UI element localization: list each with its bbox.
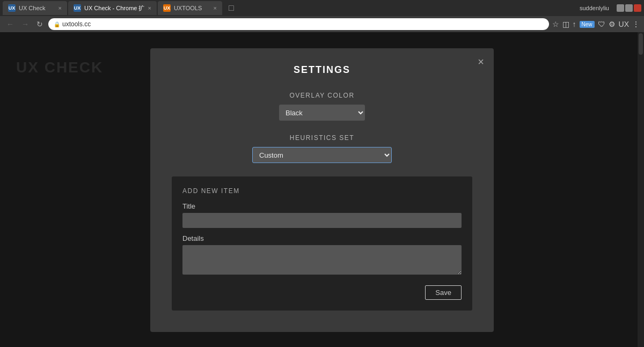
bookmark-icon[interactable]: ☆ (552, 20, 559, 28)
tab-close-2[interactable]: × (148, 5, 151, 11)
extensions-icon[interactable]: ◫ (562, 20, 569, 28)
save-button[interactable]: Save (425, 285, 462, 300)
menu-icon[interactable]: ⋮ (632, 20, 640, 28)
overlay-color-label: OVERLAY COLOR (172, 92, 472, 99)
heuristics-set-select[interactable]: Custom Nielsen Default (252, 147, 392, 163)
title-label: Title (182, 202, 462, 210)
url-text: uxtools.cc (62, 20, 91, 28)
browser-chrome: UX UX Check × UX UX Check - Chrome 扩 × U… (0, 0, 644, 32)
url-bar[interactable]: 🔒 uxtools.cc (48, 18, 549, 30)
nav-actions: ☆ ◫ ↑ New 🛡 ⚙ UX ⋮ (552, 20, 640, 28)
tab-ux-check-chrome[interactable]: UX UX Check - Chrome 扩 × (68, 1, 157, 15)
window-controls (617, 4, 641, 12)
details-textarea[interactable] (182, 245, 462, 275)
reload-button[interactable]: ↻ (34, 19, 45, 29)
tab-icon-2: UX (74, 4, 81, 12)
modal-title: SETTINGS (172, 64, 472, 76)
user-label: suddenlyliu (580, 5, 613, 11)
maximize-btn[interactable] (625, 4, 633, 12)
lock-icon: 🔒 (54, 21, 60, 27)
settings-icon[interactable]: ⚙ (609, 20, 616, 28)
modal-overlay: × SETTINGS OVERLAY COLOR Black White Gra… (0, 32, 644, 347)
back-button[interactable]: ← (4, 19, 16, 29)
title-input[interactable] (182, 213, 462, 228)
tab-ux-check[interactable]: UX UX Check × (3, 1, 67, 15)
heuristics-set-label: HEURISTICS SET (172, 134, 472, 142)
new-icon[interactable]: New (580, 21, 595, 28)
forward-button[interactable]: → (19, 19, 31, 29)
new-tab-button[interactable]: □ (223, 1, 239, 15)
settings-modal: × SETTINGS OVERLAY COLOR Black White Gra… (150, 48, 494, 332)
tab-close-3[interactable]: × (213, 5, 216, 11)
tab-label-1: UX Check (19, 5, 46, 11)
tab-bar: UX UX Check × UX UX Check - Chrome 扩 × U… (0, 0, 644, 16)
tab-label-2: UX Check - Chrome 扩 (84, 4, 144, 12)
tab-icon-3: UX (163, 4, 171, 12)
overlay-color-select[interactable]: Black White Gray Blue (279, 105, 365, 121)
overlay-color-section: OVERLAY COLOR Black White Gray Blue (172, 92, 472, 121)
sync-icon[interactable]: ↑ (573, 20, 576, 28)
nav-bar: ← → ↻ 🔒 uxtools.cc ☆ ◫ ↑ New 🛡 ⚙ UX ⋮ (0, 16, 644, 32)
save-row: Save (182, 285, 462, 300)
ux-icon[interactable]: UX (619, 20, 629, 28)
shield-icon[interactable]: 🛡 (598, 20, 605, 28)
modal-close-button[interactable]: × (478, 56, 484, 67)
add-new-item-title: ADD NEW ITEM (182, 187, 462, 195)
tab-uxtools[interactable]: UX UXTOOLS × (158, 1, 222, 15)
add-new-item-box: ADD NEW ITEM Title Details Save (172, 176, 472, 311)
details-label: Details (182, 234, 462, 242)
close-btn[interactable] (634, 4, 641, 12)
tab-label-3: UXTOOLS (174, 5, 202, 11)
minimize-btn[interactable] (617, 4, 624, 12)
heuristics-set-section: HEURISTICS SET Custom Nielsen Default (172, 134, 472, 163)
tab-close-1[interactable]: × (58, 5, 62, 11)
tab-icon-1: UX (8, 4, 16, 12)
